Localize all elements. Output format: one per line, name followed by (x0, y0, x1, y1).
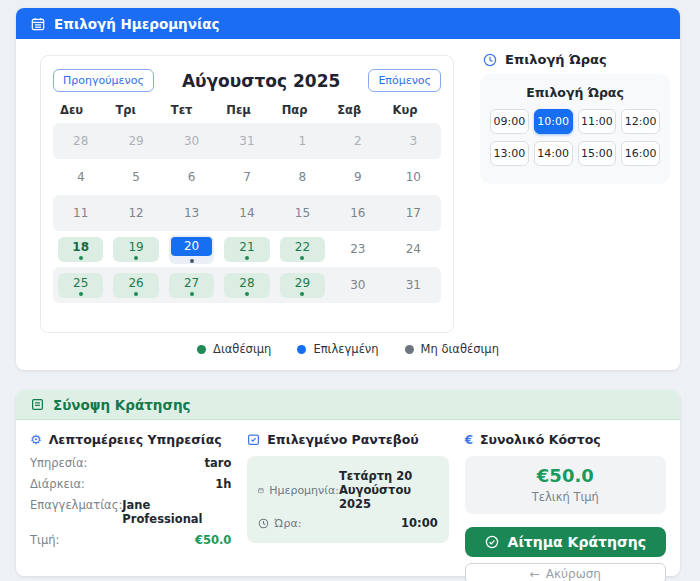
cost-title: Συνολικό Κόστος (480, 432, 601, 447)
booking-summary-card: Σύνοψη Κράτησης ⚙ Λεπτομέρειες Υπηρεσίας… (16, 390, 680, 576)
calendar-grid: 2829303112345678910111213141516171819202… (53, 123, 441, 303)
appointment-time-value: 10:00 (401, 516, 438, 530)
day-cell-30: 30 (330, 278, 385, 292)
total-amount: €50.0 (473, 465, 658, 486)
day-cell-10: 10 (386, 170, 441, 184)
day-cell-26[interactable]: 26 (108, 273, 163, 298)
service-detail-row: Τιμή:€50.0 (30, 533, 231, 547)
booking-page: Επιλογή Ημερομηνίας Προηγούμενος Αύγουστ… (0, 0, 700, 581)
time-selection-header: Επιλογή Ώρας (483, 52, 607, 67)
book-request-label: Αίτημα Κράτησης (508, 534, 647, 550)
weekday-label: Κυρ (386, 103, 441, 117)
service-detail-label: Διάρκεια: (30, 477, 85, 491)
legend-dot (197, 345, 206, 354)
cost-section: € Συνολικό Κόστος €50.0 Τελική Τιμή Αίτη… (465, 432, 666, 581)
clock-icon (483, 53, 497, 67)
service-details-header: ⚙ Λεπτομέρειες Υπηρεσίας (30, 432, 231, 447)
time-slot-09:00[interactable]: 09:00 (490, 109, 529, 134)
availability-dot (79, 256, 83, 260)
service-detail-row: Επαγγελματίας:Jane Professional (30, 498, 231, 526)
book-request-button[interactable]: Αίτημα Κράτησης (465, 527, 666, 557)
day-cell-15: 15 (275, 206, 330, 220)
legend-label: Διαθέσιμη (213, 342, 271, 356)
appointment-date-value: Τετάρτη 20 Αυγούστου 2025 (339, 469, 438, 511)
appointment-date-label: Ημερομηνία: (269, 484, 339, 497)
service-details-rows: Υπηρεσία:taroΔιάρκεια:1hΕπαγγελματίας:Ja… (30, 456, 231, 547)
day-cell-18[interactable]: 18 (53, 237, 108, 262)
cost-header: € Συνολικό Κόστος (465, 432, 666, 447)
calendar-week-row: 11121314151617 (53, 195, 441, 231)
calendar-legend: ΔιαθέσιμηΕπιλεγμένηΜη διαθέσιμη (16, 342, 680, 356)
day-cell-5: 5 (108, 170, 163, 184)
euro-icon: € (465, 433, 473, 447)
day-cell-4: 4 (53, 170, 108, 184)
left-arrow-icon: ← (530, 567, 540, 581)
day-cell-23: 23 (330, 242, 385, 256)
day-cell-29[interactable]: 29 (275, 273, 330, 298)
booking-summary-title: Σύνοψη Κράτησης (53, 397, 191, 413)
day-cell-27[interactable]: 27 (164, 273, 219, 298)
day-cell-20[interactable]: 20 (164, 235, 219, 264)
weekday-label: Τετ (164, 103, 219, 117)
day-cell-17: 17 (386, 206, 441, 220)
time-slot-14:00[interactable]: 14:00 (534, 141, 573, 166)
appointment-date-row: Ημερομηνία: Τετάρτη 20 Αυγούστου 2025 (258, 469, 437, 511)
day-cell-25[interactable]: 25 (53, 273, 108, 298)
time-slot-12:00[interactable]: 12:00 (621, 109, 660, 134)
service-details-section: ⚙ Λεπτομέρειες Υπηρεσίας Υπηρεσία:taroΔι… (30, 432, 231, 581)
mini-clock-icon (258, 518, 269, 529)
day-cell-21[interactable]: 21 (219, 237, 274, 262)
day-cell-22[interactable]: 22 (275, 237, 330, 262)
time-slot-10:00[interactable]: 10:00 (534, 109, 573, 134)
legend-item: Επιλεγμένη (297, 342, 378, 356)
time-slot-13:00[interactable]: 13:00 (490, 141, 529, 166)
calendar-week-row: 45678910 (53, 159, 441, 195)
day-cell-28[interactable]: 28 (219, 273, 274, 298)
availability-dot (245, 292, 249, 296)
list-icon (31, 398, 44, 411)
day-cell-9: 9 (330, 170, 385, 184)
booking-summary-body: ⚙ Λεπτομέρειες Υπηρεσίας Υπηρεσία:taroΔι… (16, 420, 680, 581)
day-cell-31: 31 (219, 134, 274, 148)
availability-dot (79, 292, 83, 296)
time-slot-15:00[interactable]: 15:00 (578, 141, 617, 166)
service-detail-label: Υπηρεσία: (30, 456, 87, 470)
time-panel-title: Επιλογή Ώρας (490, 85, 660, 100)
time-slot-grid: 09:0010:0011:0012:0013:0014:0015:0016:00 (490, 109, 660, 166)
appointment-title: Επιλεγμένο Ραντεβού (267, 432, 418, 447)
weekday-header-row: ΔευΤριΤετΠεμΠαρΣαβΚυρ (53, 103, 441, 117)
date-selection-title: Επιλογή Ημερομηνίας (54, 16, 219, 32)
cancel-button[interactable]: ← Ακύρωση (465, 563, 666, 581)
availability-dot (300, 292, 304, 296)
appointment-time-label: Ώρα: (274, 517, 301, 530)
calendar: Προηγούμενος Αύγουστος 2025 Επόμενος Δευ… (40, 55, 454, 333)
day-cell-31: 31 (386, 278, 441, 292)
day-cell-8: 8 (275, 170, 330, 184)
time-slot-11:00[interactable]: 11:00 (578, 109, 617, 134)
prev-month-button[interactable]: Προηγούμενος (53, 69, 154, 92)
day-cell-19[interactable]: 19 (108, 237, 163, 262)
weekday-label: Σαβ (330, 103, 385, 117)
availability-dot (190, 292, 194, 296)
availability-dot (300, 256, 304, 260)
mini-calendar-icon (258, 485, 264, 496)
date-selection-card: Επιλογή Ημερομηνίας Προηγούμενος Αύγουστ… (16, 8, 680, 370)
day-cell-2: 2 (330, 134, 385, 148)
next-month-button[interactable]: Επόμενος (368, 69, 441, 92)
day-cell-29: 29 (108, 134, 163, 148)
time-selection-title: Επιλογή Ώρας (505, 52, 607, 67)
appointment-section: Επιλεγμένο Ραντεβού Ημερομηνία: Τετάρτη … (247, 432, 448, 581)
day-cell-3: 3 (386, 134, 441, 148)
day-cell-7: 7 (219, 170, 274, 184)
weekday-label: Παρ (275, 103, 330, 117)
date-selection-header: Επιλογή Ημερομηνίας (16, 8, 680, 39)
time-slot-16:00[interactable]: 16:00 (621, 141, 660, 166)
time-slot-panel: Επιλογή Ώρας 09:0010:0011:0012:0013:0014… (480, 74, 670, 184)
booking-summary-header: Σύνοψη Κράτησης (16, 390, 680, 420)
appointment-card: Ημερομηνία: Τετάρτη 20 Αυγούστου 2025 Ώρ… (247, 456, 448, 543)
calendar-month-title: Αύγουστος 2025 (182, 71, 340, 91)
weekday-label: Δευ (53, 103, 108, 117)
total-cost-card: €50.0 Τελική Τιμή (465, 456, 666, 514)
day-cell-14: 14 (219, 206, 274, 220)
availability-dot (190, 259, 194, 263)
